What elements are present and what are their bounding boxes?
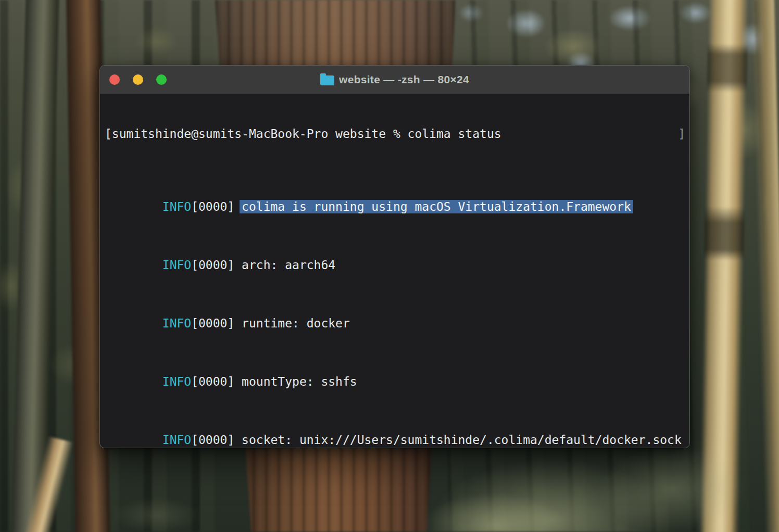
fullscreen-button[interactable] bbox=[156, 74, 167, 85]
log-timestamp: [0000] bbox=[191, 375, 242, 388]
selected-text[interactable]: colima is running using macOS Virtualiza… bbox=[242, 200, 631, 213]
log-level: INFO bbox=[162, 316, 191, 330]
close-button[interactable] bbox=[109, 74, 120, 85]
command-line: [sumitshinde@sumits-MacBook-Pro website … bbox=[105, 126, 685, 141]
window-title: website — -zsh — 80×24 bbox=[339, 73, 469, 86]
log-message: mountType: sshfs bbox=[242, 375, 357, 388]
wallpaper-slanted-trunk bbox=[13, 436, 73, 532]
wallpaper-trunk-far-right bbox=[751, 0, 779, 532]
wallpaper-sunlit-trunk bbox=[699, 0, 748, 532]
minimize-button[interactable] bbox=[133, 74, 143, 85]
log-timestamp: [0000] bbox=[191, 433, 242, 447]
log-timestamp: [0000] bbox=[191, 200, 242, 213]
log-message: socket: unix:///Users/sumitshinde/.colim… bbox=[242, 433, 682, 447]
log-line-runtime: INFO[0000] runtime: docker bbox=[105, 301, 685, 316]
terminal-titlebar[interactable]: website — -zsh — 80×24 bbox=[100, 66, 689, 94]
folder-icon[interactable] bbox=[320, 75, 334, 85]
desktop: website — -zsh — 80×24 [sumitshinde@sumi… bbox=[0, 0, 779, 532]
log-timestamp: [0000] bbox=[191, 258, 242, 272]
log-level: INFO bbox=[162, 375, 191, 388]
log-level: INFO bbox=[162, 258, 191, 272]
log-timestamp: [0000] bbox=[191, 316, 242, 330]
window-controls bbox=[109, 66, 167, 94]
log-level: INFO bbox=[162, 433, 191, 447]
log-line-arch: INFO[0000] arch: aarch64 bbox=[105, 243, 685, 258]
log-level: INFO bbox=[162, 200, 191, 213]
right-edge-bracket: ] bbox=[678, 126, 685, 141]
log-line-status: INFO[0000] colima is running using macOS… bbox=[105, 185, 685, 199]
terminal-content[interactable]: [sumitshinde@sumits-MacBook-Pro website … bbox=[100, 94, 689, 448]
window-title-group: website — -zsh — 80×24 bbox=[320, 73, 469, 86]
log-message: arch: aarch64 bbox=[242, 258, 335, 272]
log-line-mounttype: INFO[0000] mountType: sshfs bbox=[105, 360, 685, 374]
log-line-socket: INFO[0000] socket: unix:///Users/sumitsh… bbox=[105, 418, 685, 433]
terminal-window: website — -zsh — 80×24 [sumitshinde@sumi… bbox=[99, 65, 690, 448]
wallpaper-trunk-gray bbox=[11, 0, 59, 532]
prompt-and-command: [sumitshinde@sumits-MacBook-Pro website … bbox=[105, 126, 501, 141]
log-message: runtime: docker bbox=[242, 316, 350, 330]
